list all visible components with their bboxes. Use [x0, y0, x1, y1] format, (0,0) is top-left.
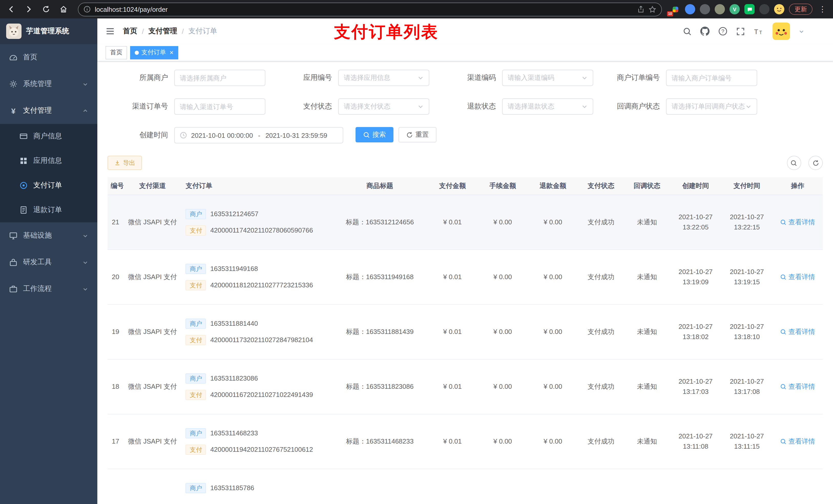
fee-amount: ¥ 0.00 — [477, 359, 528, 414]
view-detail-link[interactable]: 查看详情 — [780, 382, 815, 391]
sidebar-item-refund-order[interactable]: 退款订单 — [0, 198, 97, 222]
extension-icon[interactable] — [700, 4, 710, 14]
product-title: 标题：1635311949168 — [332, 249, 427, 304]
pay-status-select[interactable]: 请选择支付状态 — [338, 98, 429, 115]
extension-badge: 10 — [667, 11, 673, 16]
refresh-table-button[interactable] — [808, 156, 823, 170]
notify-status-select[interactable]: 请选择订单回调商户状态 — [666, 98, 757, 115]
sidebar-item-app-info[interactable]: 应用信息 — [0, 148, 97, 173]
github-icon[interactable] — [700, 27, 710, 36]
browser-menu-icon[interactable]: ⋮ — [817, 5, 828, 14]
channel-code-select[interactable]: 请输入渠道编码 — [502, 70, 593, 86]
extension-pin-icon[interactable] — [685, 4, 695, 14]
pay-channel: 微信 JSAPI 支付 — [123, 304, 182, 359]
forward-icon[interactable] — [23, 3, 35, 15]
pay-tag: 支付 — [186, 280, 206, 290]
pay-amount: ¥ 0.01 — [427, 249, 477, 304]
address-bar[interactable]: localhost:1024/pay/order — [78, 2, 662, 16]
pay-time — [721, 469, 772, 504]
top-navbar: 首页 / 支付管理 / 支付订单 支付订单列表 ? — [97, 19, 833, 44]
chat-extension-icon[interactable] — [744, 4, 755, 14]
sidebar-item-payment[interactable]: ¥ 支付管理 — [0, 97, 97, 124]
channel-order-no-input[interactable] — [174, 98, 265, 115]
profile-avatar-icon[interactable] — [774, 4, 784, 14]
pay-order-cell: 商户 1635311881440 支付 42000011732021102728… — [182, 304, 332, 359]
app-id-select[interactable]: 请选择应用信息 — [338, 70, 429, 86]
font-size-icon[interactable]: TT — [754, 27, 764, 35]
sidebar-item-pay-order[interactable]: 支付订单 — [0, 173, 97, 198]
payment-submenu: 商户信息 应用信息 支付订单 — [0, 124, 97, 222]
sidebar-item-home[interactable]: 首页 — [0, 44, 97, 71]
caret-down-icon[interactable] — [799, 28, 804, 34]
reset-button[interactable]: 重置 — [399, 127, 436, 142]
view-detail-link[interactable]: 查看详情 — [780, 437, 815, 446]
monitor-icon — [9, 232, 18, 240]
view-detail-link[interactable]: 查看详情 — [780, 327, 815, 336]
notify-status: 未通知 — [624, 304, 670, 359]
toggle-search-button[interactable] — [787, 156, 801, 170]
sidebar-item-system[interactable]: 系统管理 — [0, 71, 97, 97]
sidebar-item-merchant-info[interactable]: 商户信息 — [0, 124, 97, 148]
pay-status: 支付成功 — [578, 304, 624, 359]
merchant-input[interactable] — [174, 70, 265, 86]
back-icon[interactable] — [5, 3, 18, 15]
view-detail-link[interactable]: 查看详情 — [780, 272, 815, 282]
tab-label: 支付订单 — [141, 48, 166, 57]
close-icon[interactable]: × — [170, 49, 173, 56]
refund-status-select[interactable]: 请选择退款状态 — [502, 98, 593, 115]
reload-icon[interactable] — [40, 3, 52, 15]
chevron-down-icon — [82, 233, 88, 238]
site-info-icon[interactable] — [84, 6, 91, 13]
actions-cell: 查看详情 — [772, 359, 823, 414]
sidebar-toggle-icon[interactable] — [105, 27, 115, 36]
bookmark-star-icon[interactable] — [648, 5, 656, 13]
filter-merchant-order-no: 商户订单编号 — [599, 70, 763, 86]
pay-order-cell: 商户 1635311823086 支付 42000011672021102710… — [182, 359, 332, 414]
col-header-id: 编号 — [108, 177, 123, 195]
extension-icon[interactable] — [715, 4, 725, 14]
sidebar-item-infrastructure[interactable]: 基础设施 — [0, 222, 97, 249]
fullscreen-icon[interactable] — [736, 27, 745, 35]
chevron-down-icon — [745, 103, 752, 110]
bank-card-icon — [20, 132, 28, 140]
col-header-amount: 支付金额 — [427, 177, 477, 195]
view-detail-link[interactable]: 查看详情 — [780, 217, 815, 226]
actions-cell: 查看详情 — [772, 414, 823, 469]
export-button[interactable]: 导出 — [108, 156, 142, 170]
active-dot — [135, 50, 139, 54]
sidebar-item-workflow[interactable]: 工作流程 — [0, 275, 97, 302]
refund-amount: ¥ 0.00 — [528, 414, 578, 469]
pay-time: 2021-10-27 13:19:15 — [721, 249, 772, 304]
sidebar-item-label: 应用信息 — [33, 156, 62, 165]
range-separator: - — [257, 131, 261, 139]
pay-order-cell: 商户 1635312124657 支付 42000011742021102780… — [182, 195, 332, 249]
col-header-notify: 回调状态 — [624, 177, 670, 195]
search-button[interactable]: 搜索 — [356, 127, 394, 142]
user-avatar[interactable] — [772, 23, 790, 40]
extensions-grid-icon[interactable]: 10 — [670, 4, 680, 14]
vue-devtools-icon[interactable]: V — [730, 4, 740, 14]
create-time-range-picker[interactable]: 2021-10-01 00:00:00 - 2021-10-31 23:59:5… — [174, 127, 343, 143]
search-icon — [780, 274, 786, 280]
breadcrumb-pay-management[interactable]: 支付管理 — [148, 27, 177, 36]
sidebar-item-devtools[interactable]: 研发工具 — [0, 249, 97, 275]
notify-status — [624, 469, 670, 504]
search-icon[interactable] — [683, 27, 692, 35]
home-icon[interactable] — [57, 3, 70, 15]
tab-home[interactable]: 首页 — [105, 46, 127, 59]
product-title: 标题：1635311881439 — [332, 304, 427, 359]
pay-channel — [123, 469, 182, 504]
create-time: 2021-10-27 13:22:05 — [670, 195, 721, 249]
tab-pay-order[interactable]: 支付订单 × — [130, 46, 178, 59]
pin-extension-icon[interactable] — [759, 4, 769, 14]
url-text[interactable]: localhost:1024/pay/order — [95, 5, 168, 13]
page-content: 所属商户 应用编号 请选择应用信息 渠道编码 请输入渠道编码 — [97, 62, 833, 504]
help-icon[interactable]: ? — [718, 27, 728, 36]
app-logo[interactable]: 芋道管理系统 — [0, 19, 97, 44]
channel-transaction-no: 4200001194202110276752100612 — [210, 446, 313, 453]
share-icon[interactable] — [637, 6, 644, 13]
chrome-update-button[interactable]: 更新 — [789, 4, 812, 15]
merchant-order-no-input[interactable] — [666, 70, 757, 86]
breadcrumb-home[interactable]: 首页 — [123, 27, 137, 36]
order-id: 20 — [108, 249, 123, 304]
